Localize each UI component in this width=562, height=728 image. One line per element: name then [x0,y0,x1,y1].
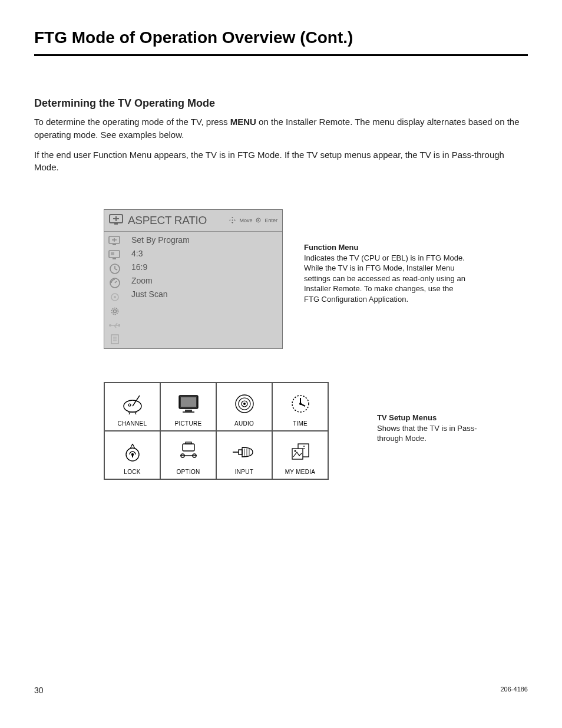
setup-label-lock: LOCK [124,469,140,475]
svg-rect-35 [185,410,192,411]
setup-cell-input: INPUT [216,431,272,479]
nav-enter-icon [256,218,261,224]
svg-line-32 [133,396,140,406]
function-menu-header: ASPECT RATIO Move Enter [104,210,282,232]
paragraph-2: If the end user Function Menu appears, t… [34,149,528,174]
svg-line-18 [115,281,117,283]
nav-move-icon [229,217,236,225]
page-footer: 30 206-4186 [34,686,528,695]
figure-function-menu: ASPECT RATIO Move Enter [34,209,528,349]
setup-label-audio: AUDIO [234,420,254,427]
figure-setup-menus: CHANNEL PICTURE AUDIO [34,382,528,480]
svg-point-40 [243,403,246,405]
svg-rect-34 [181,397,196,407]
setup-cell-audio: AUDIO [216,383,272,431]
setup-cell-time: TIME [272,383,328,431]
section-heading: Determining the TV Operating Mode [34,97,528,110]
svg-rect-10 [113,244,116,245]
svg-rect-25 [118,324,120,327]
function-menu-list: Set By Program 4:3 16:9 Zoom Just Scan [127,232,282,348]
svg-rect-54 [239,450,242,454]
document-icon [107,333,123,346]
nav-enter-label: Enter [265,218,277,223]
page-title: FTG Mode of Operation Overview (Cont.) [34,28,528,56]
function-menu-icons [104,232,127,348]
svg-line-16 [115,269,117,270]
lock-icon [120,439,146,465]
svg-rect-36 [183,411,194,413]
usb-icon [107,319,123,332]
svg-point-22 [114,310,117,313]
svg-rect-13 [113,258,116,259]
time-icon [287,391,313,417]
setup-label-time: TIME [293,420,308,427]
setup-row-1: CHANNEL PICTURE AUDIO [104,383,328,431]
setup-cell-option: OPTION [160,431,216,479]
callout-fm-body: Indicates the TV (CPU or EBL) is in FTG … [304,253,466,305]
svg-rect-48 [183,444,194,451]
picture-mode-icon [107,248,123,261]
callout-setup-menus: TV Setup Menus Shows that the TV is in P… [377,413,483,444]
setup-cell-mymedia: MY MEDIA [272,431,328,479]
svg-rect-49 [186,442,191,444]
timer-icon [107,276,123,289]
callout-fm-title: Function Menu [304,242,466,253]
svg-point-6 [258,219,260,221]
callout-sm-body: Shows that the TV is in Pass-through Mod… [377,423,483,444]
setup-label-channel: CHANNEL [118,420,147,427]
menu-key: MENU [230,117,256,127]
option-icon [176,439,201,465]
svg-point-60 [294,450,296,452]
setup-cell-channel: CHANNEL [104,383,160,431]
fm-item-just-scan: Just Scan [131,289,277,299]
svg-point-24 [109,324,111,327]
para1-a: To determine the operating mode of the T… [34,117,230,127]
fm-item-set-by-program: Set By Program [131,235,277,245]
fm-item-4-3: 4:3 [131,249,277,258]
input-icon [230,439,259,465]
function-menu-body: Set By Program 4:3 16:9 Zoom Just Scan [104,232,282,348]
misc-icon [107,291,123,304]
fm-item-zoom: Zoom [131,276,277,285]
svg-point-21 [112,308,118,315]
function-menu-title: ASPECT RATIO [128,214,229,227]
clock-icon [107,262,123,275]
svg-point-4 [232,219,233,220]
setup-label-input: INPUT [235,469,254,475]
svg-rect-3 [114,223,118,225]
setup-cell-lock: LOCK [104,431,160,479]
callout-sm-title: TV Setup Menus [377,413,483,423]
setup-row-2: LOCK OPTION INPUT [104,431,328,479]
nav-hints: Move Enter [229,217,277,225]
setup-menu-grid: CHANNEL PICTURE AUDIO [104,382,329,480]
aspect-icon [107,234,123,247]
audio-icon [232,391,257,417]
picture-icon [176,391,201,417]
channel-icon [120,391,146,417]
setup-label-picture: PICTURE [175,420,202,427]
svg-point-20 [114,296,116,298]
nav-move-label: Move [239,218,252,223]
paragraph-1: To determine the operating mode of the T… [34,116,528,141]
mymedia-icon [287,439,313,465]
setup-cell-picture: PICTURE [160,383,216,431]
aspect-ratio-icon [109,213,124,228]
setup-label-option: OPTION [176,469,200,475]
function-menu-box: ASPECT RATIO Move Enter [104,209,283,349]
svg-line-44 [300,404,305,406]
callout-function-menu: Function Menu Indicates the TV (CPU or E… [304,242,466,304]
page-number: 30 [34,686,44,695]
svg-rect-12 [111,252,114,255]
doc-number: 206-4186 [501,686,528,695]
gear-icon [107,305,123,318]
svg-point-31 [128,404,131,406]
fm-item-16-9: 16:9 [131,262,277,272]
setup-label-mymedia: MY MEDIA [285,469,316,475]
